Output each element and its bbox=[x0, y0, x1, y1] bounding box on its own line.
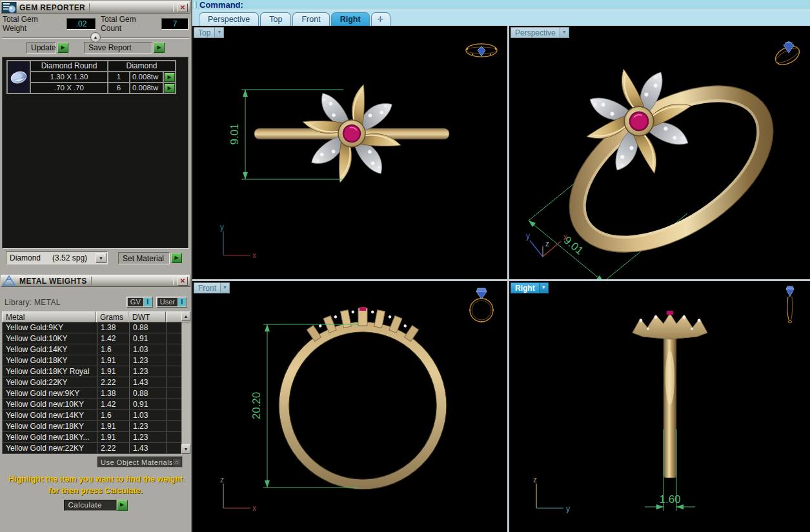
chevron-down-icon[interactable]: ▼ bbox=[539, 283, 548, 293]
use-object-materials-control[interactable]: Use Object Materials ○ bbox=[97, 457, 183, 468]
close-icon[interactable]: ✕ bbox=[177, 3, 188, 12]
titlebar-groove bbox=[89, 3, 174, 12]
toolbar-grip[interactable] bbox=[194, 1, 197, 8]
col-grams[interactable]: Grams bbox=[96, 311, 128, 322]
set-material-go-icon[interactable]: ▶ bbox=[171, 253, 182, 263]
radio-icon[interactable]: ○ bbox=[172, 458, 181, 466]
total-gem-weight-field[interactable]: .02 bbox=[66, 18, 96, 30]
viewport-perspective-label[interactable]: Perspective ▼ bbox=[511, 27, 569, 38]
metal-cell: 1.42 bbox=[97, 399, 129, 409]
viewport-right[interactable]: Right ▼ bbox=[509, 281, 810, 532]
total-gem-weight-label: Total Gem Weight bbox=[3, 15, 64, 33]
command-bar[interactable]: Command: bbox=[192, 0, 810, 10]
gv-toggle-button[interactable]: GV I bbox=[127, 297, 153, 308]
scrollbar-track[interactable] bbox=[181, 322, 190, 444]
metal-row[interactable]: Yellow Gold new:18KY1.911.23 bbox=[3, 421, 181, 432]
close-icon[interactable]: ✕ bbox=[177, 277, 188, 286]
material-select[interactable]: Diamond (3.52 spg) ▼ bbox=[6, 251, 108, 264]
gem-row-total-weight: 0.008tw bbox=[130, 83, 163, 94]
metal-row[interactable]: Yellow Gold:14KY1.61.03 bbox=[3, 344, 181, 355]
viewport-canvas-top[interactable]: 9.01 y x bbox=[192, 26, 507, 279]
viewport-top[interactable]: Top ▼ bbox=[192, 26, 507, 279]
metal-row[interactable]: Yellow Gold new:10KY1.420.91 bbox=[3, 399, 181, 410]
chevron-down-icon[interactable]: ▼ bbox=[214, 28, 223, 37]
gem-row-qty: 1 bbox=[108, 72, 130, 83]
total-gem-count-label: Total Gem Count bbox=[101, 15, 159, 33]
tab-new-viewport[interactable]: ✛ bbox=[371, 12, 390, 26]
gem-thumbnail bbox=[7, 61, 30, 94]
metal-cell: Yellow Gold new:14KY bbox=[3, 410, 97, 420]
tab-front[interactable]: Front bbox=[292, 12, 329, 26]
update-go-icon[interactable]: ▶ bbox=[57, 43, 68, 53]
viewport-canvas-right[interactable]: 1.60 z y bbox=[509, 281, 810, 532]
total-gem-count-field[interactable]: 7 bbox=[161, 18, 188, 30]
gem-reporter-titlebar[interactable]: GEM REPORTER ✕ bbox=[1, 1, 190, 14]
svg-text:y: y bbox=[566, 504, 570, 513]
save-report-go-icon[interactable]: ▶ bbox=[154, 43, 165, 53]
metal-cell: Yellow Gold new:18KY bbox=[3, 421, 97, 431]
viewport-front-label[interactable]: Front ▼ bbox=[194, 282, 230, 293]
viewport-perspective[interactable]: Perspective ▼ bbox=[509, 26, 810, 279]
metal-cell: Yellow Gold:14KY bbox=[3, 344, 97, 355]
metal-weights-titlebar[interactable]: METAL WEIGHTS ✕ bbox=[1, 275, 190, 287]
tab-perspective[interactable]: Perspective bbox=[199, 12, 259, 26]
metal-cell-empty bbox=[167, 322, 181, 333]
metal-row[interactable]: Yellow Gold:9KY1.380.88 bbox=[3, 322, 181, 333]
metal-row[interactable]: Yellow Gold new:18KY...1.911.23 bbox=[3, 432, 181, 443]
metal-cell: 2.22 bbox=[97, 443, 129, 453]
ring-head-right bbox=[633, 311, 707, 339]
collapse-arrow-icon[interactable]: ▲ bbox=[90, 32, 101, 43]
set-material-button[interactable]: Set Material bbox=[118, 252, 170, 264]
metal-row[interactable]: Yellow Gold:22KY2.221.43 bbox=[3, 377, 181, 388]
scroll-down-icon[interactable]: ▼ bbox=[181, 444, 190, 454]
viewport-canvas-perspective[interactable]: 9.01 bbox=[509, 26, 810, 279]
toggle-i-icon: I bbox=[178, 298, 186, 306]
metal-row[interactable]: Yellow Gold:18KY Royal1.911.23 bbox=[3, 366, 181, 377]
viewport-right-label[interactable]: Right ▼ bbox=[511, 282, 549, 293]
user-label: User bbox=[157, 298, 177, 306]
gem-row-go-icon[interactable]: ▶ bbox=[165, 84, 175, 93]
metal-cell-empty bbox=[167, 432, 181, 442]
metal-table-scrollbar[interactable]: ▲ ▼ bbox=[181, 311, 190, 454]
dropdown-arrow-icon[interactable]: ▼ bbox=[96, 253, 106, 263]
user-toggle-button[interactable]: User I bbox=[156, 297, 187, 308]
metal-row[interactable]: Yellow Gold new:9KY1.380.88 bbox=[3, 388, 181, 399]
col-dwt[interactable]: DWT bbox=[128, 311, 166, 322]
tab-top[interactable]: Top bbox=[260, 12, 291, 26]
gem-row-size[interactable]: .70 X .70 bbox=[30, 83, 108, 94]
metal-row[interactable]: Yellow Gold:10KY1.420.91 bbox=[3, 333, 181, 344]
svg-text:1.60: 1.60 bbox=[659, 493, 680, 506]
gem-row-go-icon[interactable]: ▶ bbox=[165, 73, 175, 82]
metal-cell: Yellow Gold:22KY bbox=[3, 377, 97, 388]
metal-table-header: Metal Grams DWT bbox=[2, 311, 190, 322]
metal-cell: 1.6 bbox=[97, 344, 129, 355]
save-report-button[interactable]: Save Report bbox=[84, 42, 152, 54]
tab-right[interactable]: Right bbox=[331, 12, 370, 26]
metal-cell: Yellow Gold new:18KY... bbox=[3, 432, 97, 442]
gem-row-qty: 6 bbox=[108, 83, 130, 94]
viewport-front[interactable]: Front ▼ bbox=[192, 281, 507, 532]
chevron-down-icon[interactable]: ▼ bbox=[560, 28, 569, 37]
metal-cell: 1.43 bbox=[129, 443, 167, 453]
viewport-top-label[interactable]: Top ▼ bbox=[194, 27, 224, 38]
gv-label: GV bbox=[128, 298, 143, 306]
axis-indicator: z x bbox=[220, 475, 256, 513]
viewport-canvas-front[interactable]: 20.20 z x bbox=[192, 281, 507, 532]
scroll-up-icon[interactable]: ▲ bbox=[181, 311, 190, 321]
metal-table-body: Yellow Gold:9KY1.380.88Yellow Gold:10KY1… bbox=[2, 322, 181, 454]
col-metal[interactable]: Metal bbox=[2, 311, 96, 322]
calculate-button[interactable]: Calculate bbox=[64, 500, 117, 511]
metal-cell: Yellow Gold new:9KY bbox=[3, 388, 97, 399]
metal-row[interactable]: Yellow Gold new:22KY2.221.43 bbox=[3, 443, 181, 454]
metal-row[interactable]: Yellow Gold new:14KY1.61.03 bbox=[3, 410, 181, 421]
calculate-go-icon[interactable]: ▶ bbox=[117, 500, 128, 511]
svg-text:y: y bbox=[220, 222, 224, 232]
instruction-text: Highlight the item you want to find the … bbox=[6, 473, 185, 497]
command-prompt-label: Command: bbox=[199, 0, 243, 10]
update-button[interactable]: Update bbox=[26, 42, 56, 54]
metal-cell: 1.91 bbox=[97, 355, 129, 366]
gem-row-size[interactable]: 1.30 X 1.30 bbox=[30, 72, 108, 83]
metal-row[interactable]: Yellow Gold:18KY1.911.23 bbox=[3, 355, 181, 366]
chevron-down-icon[interactable]: ▼ bbox=[220, 283, 229, 293]
workspace: Command: PerspectiveTopFrontRight✛ Top ▼ bbox=[192, 0, 810, 532]
